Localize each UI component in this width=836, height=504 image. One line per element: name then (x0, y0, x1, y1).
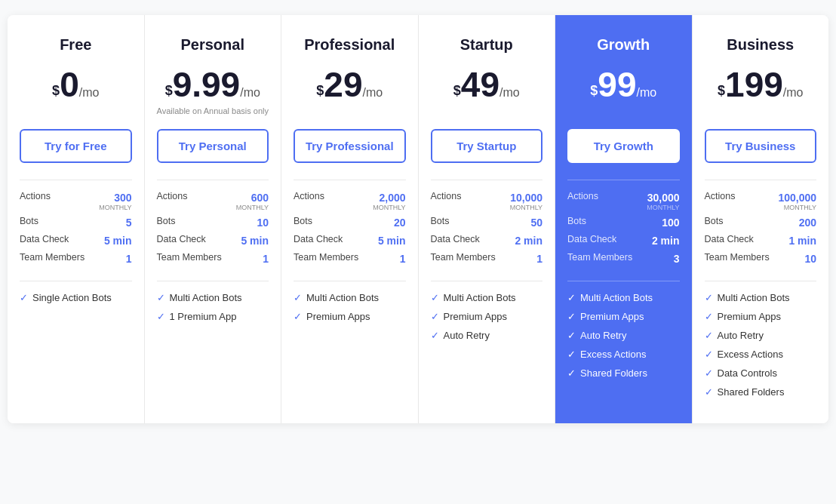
feature-item: ✓Data Controls (705, 367, 817, 379)
stat-value: 30,000 (647, 192, 680, 204)
stat-label: Team Members (294, 252, 358, 263)
stat-label: Data Check (157, 234, 206, 244)
feature-item: ✓Single Action Bots (20, 292, 132, 303)
stat-label: Actions (20, 191, 51, 201)
stat-value: 1 min (788, 235, 816, 247)
stat-label: Actions (705, 191, 736, 201)
divider-features-professional (294, 281, 406, 281)
divider-top-personal (157, 180, 269, 180)
feature-label: Auto Retry (718, 330, 764, 341)
price-period-startup: /mo (499, 87, 520, 99)
stat-value: 10 (804, 253, 816, 265)
feature-item: ✓1 Premium App (157, 311, 269, 322)
stat-row: Bots50 (431, 216, 543, 229)
feature-label: Premium Apps (580, 311, 644, 322)
price-period-growth: /mo (637, 87, 657, 99)
price-block-free: $0/mo (20, 67, 132, 102)
stat-value: 300 (114, 192, 131, 204)
try-btn-free[interactable]: Try for Free (20, 129, 132, 163)
check-icon: ✓ (567, 292, 576, 303)
stat-label: Bots (294, 216, 312, 226)
stat-row: Bots10 (157, 216, 269, 229)
stat-value: 3 (674, 253, 680, 265)
plan-name-professional: Professional (294, 36, 406, 54)
stat-unit: MONTHLY (373, 204, 405, 211)
stats-block-professional: Actions2,000MONTHLYBots20Data Check5 min… (294, 191, 406, 270)
price-block-business: $199/mo (705, 67, 817, 102)
feature-item: ✓Premium Apps (431, 311, 543, 322)
try-btn-startup[interactable]: Try Startup (431, 129, 543, 163)
price-block-growth: $99/mo (567, 67, 680, 102)
try-btn-professional[interactable]: Try Professional (294, 129, 406, 163)
stat-label: Data Check (294, 234, 343, 244)
check-icon: ✓ (157, 311, 165, 322)
feature-label: Premium Apps (306, 311, 370, 322)
stat-value-block: 50 (530, 216, 542, 229)
divider-features-free (20, 281, 132, 281)
stat-label: Bots (20, 216, 38, 226)
feature-item: ✓Multi Action Bots (705, 292, 817, 303)
price-amount-startup: 49 (461, 67, 499, 102)
price-amount-personal: 9.99 (173, 67, 241, 102)
feature-label: Auto Retry (580, 330, 626, 341)
price-amount-business: 199 (725, 67, 783, 102)
feature-item: ✓Excess Actions (705, 349, 817, 360)
plan-col-startup: Startup$49/moTry StartupActions10,000MON… (419, 15, 556, 423)
divider-features-startup (431, 281, 543, 281)
price-period-business: /mo (783, 87, 804, 99)
check-icon: ✓ (705, 367, 713, 379)
price-amount-free: 0 (60, 67, 79, 102)
check-icon: ✓ (567, 330, 576, 341)
stat-row: Team Members1 (20, 252, 132, 266)
stats-block-growth: Actions30,000MONTHLYBots100Data Check2 m… (567, 191, 680, 270)
stat-row: Data Check2 min (567, 234, 680, 247)
stat-value: 5 min (378, 235, 406, 247)
stats-block-business: Actions100,000MONTHLYBots200Data Check1 … (705, 191, 817, 270)
stat-row: Actions300MONTHLY (20, 191, 132, 211)
stat-unit: MONTHLY (778, 204, 816, 211)
stat-value-block: 100,000MONTHLY (778, 191, 816, 211)
stat-value: 600 (251, 192, 269, 204)
stat-value: 200 (799, 217, 816, 229)
feature-item: ✓Multi Action Bots (294, 292, 406, 303)
check-icon: ✓ (431, 292, 439, 303)
divider-features-personal (157, 281, 269, 281)
check-icon: ✓ (705, 292, 713, 303)
try-btn-business[interactable]: Try Business (705, 129, 817, 163)
stat-value: 1 (263, 253, 269, 265)
stat-row: Data Check2 min (431, 234, 543, 247)
feature-item: ✓Excess Actions (567, 349, 680, 360)
divider-top-business (705, 180, 817, 180)
stat-row: Actions30,000MONTHLY (567, 191, 680, 211)
price-dollar-startup: $ (453, 80, 461, 102)
try-btn-personal[interactable]: Try Personal (157, 129, 269, 163)
try-btn-growth[interactable]: Try Growth (567, 129, 680, 163)
stat-row: Team Members1 (157, 252, 269, 266)
check-icon: ✓ (705, 386, 713, 398)
stat-value-block: 2 min (515, 234, 542, 247)
stats-block-startup: Actions10,000MONTHLYBots50Data Check2 mi… (431, 191, 543, 270)
plan-col-personal: Personal$9.99/moAvailable on Annual basi… (145, 15, 282, 423)
feature-label: Shared Folders (580, 367, 647, 379)
check-icon: ✓ (567, 311, 576, 322)
stat-label: Data Check (20, 234, 69, 244)
divider-features-growth (567, 281, 680, 281)
feature-label: Data Controls (718, 367, 777, 379)
stat-label: Team Members (567, 252, 632, 263)
price-block-personal: $9.99/mo (157, 67, 269, 102)
stat-label: Actions (431, 191, 462, 201)
plan-col-business: Business$199/moTry BusinessActions100,00… (693, 15, 829, 423)
stat-label: Actions (567, 191, 598, 201)
stat-value-block: 600MONTHLY (236, 191, 269, 211)
stat-row: Actions100,000MONTHLY (705, 191, 817, 211)
divider-top-startup (431, 180, 543, 180)
annual-note-free (20, 106, 132, 118)
stat-value-block: 10 (257, 216, 269, 229)
stat-value-block: 20 (394, 216, 406, 229)
feature-label: Premium Apps (444, 311, 508, 322)
stat-value-block: 5 min (378, 234, 406, 247)
check-icon: ✓ (431, 330, 439, 341)
stat-value-block: 1 (400, 252, 406, 266)
annual-note-growth (567, 106, 680, 118)
divider-top-free (20, 180, 132, 180)
